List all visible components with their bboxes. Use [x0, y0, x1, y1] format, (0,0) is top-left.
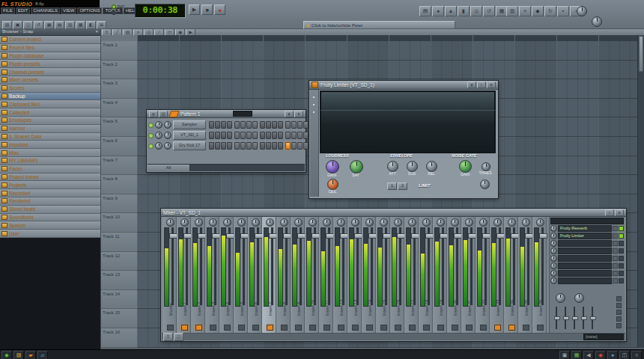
eq-band-slider[interactable]: [574, 307, 575, 329]
mixer-titlebar[interactable]: Mixer - VT_SD_1 ▫×: [161, 209, 626, 217]
song-mode[interactable]: SONG: [112, 10, 133, 16]
ceiling-knob[interactable]: [327, 179, 338, 190]
strip-pan-knob[interactable]: [451, 218, 459, 227]
release-knob[interactable]: [426, 161, 437, 172]
limit-mode-switch[interactable]: LIMIT: [419, 183, 431, 188]
track-header[interactable]: Track 16: [100, 328, 137, 348]
tray-display-icon[interactable]: ▣: [559, 351, 570, 359]
browser-item-soundfonts[interactable]: Soundfonts: [0, 214, 100, 222]
browser-item-project-bones[interactable]: Project bones: [0, 174, 100, 182]
fx-mix-knob[interactable]: [550, 233, 557, 239]
step-cell[interactable]: [278, 142, 283, 150]
fx-enable-led[interactable]: [619, 271, 624, 276]
track-header[interactable]: Track 4: [100, 99, 137, 118]
step-cell[interactable]: [234, 132, 240, 139]
mixer-icon[interactable]: ▩: [76, 21, 85, 29]
open-file-icon[interactable]: ▨: [2, 21, 12, 29]
strip-record-arm[interactable]: [366, 325, 373, 331]
tray-update-icon[interactable]: ●: [607, 351, 618, 359]
fx-enable-led[interactable]: [619, 226, 624, 231]
render-icon[interactable]: ◫: [23, 21, 33, 29]
mixer-strip-insert-21[interactable]: Insert 21: [461, 217, 476, 333]
step-cell[interactable]: [272, 142, 277, 150]
browser-item-my-library[interactable]: MY LIBRARY: [0, 157, 100, 165]
step-cell[interactable]: [260, 121, 265, 129]
start-button-icon[interactable]: ◆: [1, 351, 12, 359]
track-header[interactable]: Track 13: [100, 271, 137, 290]
step-cell[interactable]: [227, 132, 232, 139]
recording-panel-icon[interactable]: ●: [432, 6, 444, 16]
strip-pan-knob[interactable]: [365, 218, 374, 227]
strip-record-arm[interactable]: [181, 325, 188, 331]
strip-record-arm[interactable]: [295, 325, 302, 331]
eq-slider-handle[interactable]: [581, 316, 587, 320]
strip-pan-knob[interactable]: [223, 218, 231, 227]
track-header[interactable]: Track 12: [100, 252, 137, 271]
fx-routing-led[interactable]: [616, 316, 622, 322]
strip-pan-knob[interactable]: [309, 218, 317, 227]
midi-activity-icon[interactable]: ▪: [557, 6, 569, 16]
fx-mix-knob[interactable]: [550, 263, 557, 269]
strip-record-arm[interactable]: [238, 325, 245, 331]
strip-record-arm[interactable]: [167, 325, 174, 331]
mixer-strip-insert-17[interactable]: Insert 17: [404, 217, 419, 333]
menu-file[interactable]: FILE: [1, 7, 15, 14]
main-volume-knob[interactable]: [577, 6, 587, 16]
eq-band-slider[interactable]: [583, 307, 584, 329]
track-header[interactable]: Track 3: [100, 79, 137, 99]
step-cell[interactable]: [260, 132, 265, 139]
step-cell[interactable]: [215, 132, 220, 139]
tray-antivirus-icon[interactable]: ◆: [595, 351, 606, 359]
strip-record-arm[interactable]: [523, 325, 529, 331]
step-cell[interactable]: [266, 132, 271, 139]
strip-record-arm[interactable]: [252, 325, 259, 331]
mixer-strip-insert-3[interactable]: Insert 3: [205, 217, 219, 333]
track-header[interactable]: Track 9: [100, 194, 137, 214]
eq-slider-handle[interactable]: [590, 316, 596, 320]
step-cell[interactable]: [252, 142, 258, 150]
step-cell[interactable]: [285, 121, 291, 129]
pattern-selector[interactable]: [233, 111, 252, 117]
step-cell[interactable]: [291, 132, 297, 139]
fx-routing-led[interactable]: [616, 303, 622, 308]
strip-record-arm[interactable]: [352, 325, 359, 331]
step-cell[interactable]: [209, 121, 214, 129]
strip-pan-knob[interactable]: [195, 218, 203, 227]
mixer-close-icon[interactable]: ×: [615, 209, 624, 216]
mixer-strip-insert-9[interactable]: Insert 9: [291, 217, 305, 333]
eq-slider-handle[interactable]: [554, 316, 560, 320]
browser-item-plugin-database[interactable]: Plugin database: [0, 52, 100, 61]
strip-pan-knob[interactable]: [394, 218, 402, 227]
channel-pan-knob[interactable]: [155, 142, 162, 150]
step-cell[interactable]: [240, 132, 246, 139]
track-header[interactable]: Track 1: [100, 41, 137, 61]
track-header[interactable]: Track 8: [100, 175, 137, 194]
browser-item-misc[interactable]: Misc: [0, 149, 100, 157]
step-cell[interactable]: [272, 132, 277, 139]
fx-enable-led[interactable]: [619, 278, 624, 283]
strip-pan-knob[interactable]: [237, 218, 246, 227]
step-cell[interactable]: [209, 142, 214, 150]
strip-record-arm[interactable]: [309, 325, 316, 331]
eq-band-slider[interactable]: [592, 307, 593, 329]
fx-mix-knob[interactable]: [550, 255, 557, 262]
strip-pan-knob[interactable]: [380, 218, 388, 227]
strip-pan-knob[interactable]: [337, 218, 345, 227]
browser-item-projects[interactable]: Projects: [0, 181, 100, 189]
gain-knob[interactable]: [326, 160, 339, 174]
strip-pan-knob[interactable]: [166, 218, 174, 227]
step-cell[interactable]: [291, 121, 297, 129]
fx-editor-button[interactable]: [613, 248, 618, 254]
step-cell[interactable]: [252, 121, 258, 129]
browser-close-icon[interactable]: ×: [95, 28, 98, 35]
scrollbar-thumb[interactable]: [639, 36, 643, 72]
step-cell[interactable]: [266, 142, 271, 150]
fx-slot-5[interactable]: [550, 255, 624, 262]
mixer-strip-insert-26[interactable]: Insert 26: [532, 217, 547, 333]
strip-record-arm[interactable]: [409, 325, 416, 331]
strip-pan-knob[interactable]: [252, 218, 260, 227]
browser-item-harmor[interactable]: Harmor: [0, 125, 100, 133]
step-cell[interactable]: [303, 121, 309, 129]
strip-record-arm[interactable]: [480, 325, 487, 331]
cpu-panel-icon[interactable]: ▥: [506, 6, 518, 16]
